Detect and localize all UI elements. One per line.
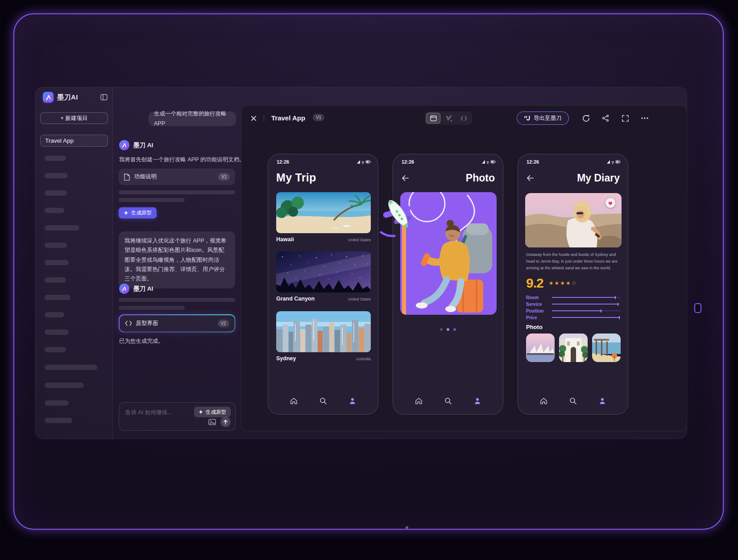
nav-home-icon[interactable]	[414, 396, 423, 405]
photo-thumb-opera-house[interactable]	[526, 334, 555, 362]
carousel-dots	[393, 328, 503, 331]
input-generate-prototype-button[interactable]: 生成原型	[194, 407, 231, 417]
refresh-icon[interactable]	[581, 114, 590, 123]
screen-title: My Diary	[577, 172, 620, 184]
diary-review-text: Getaway from the hustle and bustle of Sy…	[526, 251, 621, 272]
frame-resize-handle[interactable]	[694, 303, 701, 313]
send-button[interactable]	[220, 417, 231, 427]
ai-header: 墨刀 AI	[119, 140, 153, 150]
phone-status-bar: 12:26	[527, 159, 621, 165]
rating-bar-price: Price	[526, 314, 621, 321]
rating-bar-room: Room	[526, 294, 621, 301]
browser-window-icon	[430, 115, 437, 121]
attach-image-icon[interactable]	[207, 417, 216, 426]
nav-search-icon[interactable]	[444, 396, 452, 405]
preview-title: Travel App	[271, 114, 305, 122]
carousel-dot[interactable]	[440, 328, 443, 331]
screen-title: Photo	[466, 172, 495, 184]
chat-skeleton	[119, 190, 235, 194]
phone-mockup-my-diary: 12:26 My Diary	[518, 154, 628, 415]
phone-bottom-nav	[268, 396, 378, 405]
ai-avatar-icon	[119, 140, 129, 150]
phone-mockup-photo: 12:26 Photo	[393, 154, 503, 415]
ai-name: 墨刀 AI	[133, 285, 153, 293]
sidebar-skeleton	[45, 225, 79, 231]
user-message: 生成一个相对完整的旅行攻略 APP	[149, 111, 236, 126]
user-message: 我将继续深入优化这个旅行 APP，视觉希望是暗色系搭配彩色图片和icon。风景配…	[119, 231, 235, 288]
prototype-card[interactable]: 原型界面 V2	[119, 314, 235, 332]
export-to-modao-button[interactable]: 导出至墨刀	[517, 111, 569, 125]
carousel-dot-active[interactable]	[447, 328, 449, 331]
nav-home-icon[interactable]	[289, 396, 298, 405]
prototype-card-version-badge: V2	[218, 320, 229, 327]
carousel-dot[interactable]	[453, 328, 456, 331]
prototype-card-label: 原型界面	[136, 320, 214, 327]
nav-search-icon[interactable]	[319, 396, 328, 405]
chat-skeleton	[119, 306, 185, 310]
rating-bar-service: Service	[526, 301, 621, 307]
rating-label: Position	[526, 309, 552, 313]
phone-mockup-my-trip: 12:26 My Trip Hawaii United States	[268, 154, 378, 415]
doc-card[interactable]: 功能说明 V1	[119, 169, 235, 185]
status-icons	[607, 160, 621, 164]
sparkle-icon	[124, 210, 129, 215]
ai-header: 墨刀 AI	[119, 284, 153, 294]
sidebar-skeleton	[45, 243, 67, 248]
favorite-heart-button[interactable]	[605, 198, 615, 208]
ai-name: 墨刀 AI	[133, 141, 153, 149]
sidebar-skeleton	[45, 365, 97, 370]
stars-empty: ☆	[572, 280, 577, 286]
phone-status-bar: 12:26	[402, 159, 496, 165]
more-options-icon[interactable]	[640, 114, 649, 123]
sidebar-skeleton	[45, 208, 64, 213]
generate-prototype-button[interactable]: 生成原型	[119, 207, 157, 218]
nav-search-icon[interactable]	[568, 396, 577, 405]
chat-input[interactable]	[125, 408, 197, 417]
trip-card-caption: Sydney Australia	[276, 355, 371, 362]
sidebar-skeleton	[45, 418, 72, 423]
photo-thumb-beach-pier[interactable]	[592, 334, 621, 362]
code-mode-button[interactable]	[456, 113, 471, 124]
fullscreen-icon[interactable]	[621, 114, 630, 123]
destination-country: United States	[348, 238, 371, 242]
share-icon[interactable]	[601, 114, 610, 123]
destination-name: Grand Canyon	[276, 296, 315, 302]
nav-profile-icon[interactable]	[473, 396, 482, 405]
close-preview-icon[interactable]	[249, 114, 258, 123]
heart-icon	[608, 201, 613, 206]
trip-card-hawaii[interactable]	[276, 192, 371, 233]
trip-card-grand-canyon[interactable]	[276, 251, 371, 292]
photo-thumb-white-building[interactable]	[559, 334, 588, 362]
sidebar-item-travel-app[interactable]: Travel App	[40, 135, 108, 147]
sidebar-skeleton	[45, 383, 84, 388]
sparkle-icon	[199, 410, 203, 414]
rating-bar-fill	[552, 317, 620, 318]
nav-profile-icon[interactable]	[598, 396, 607, 405]
sidebar-skeleton	[45, 173, 68, 178]
star-rating: ★★★★☆	[549, 280, 577, 286]
nav-profile-icon[interactable]	[348, 396, 357, 405]
interact-mode-button[interactable]	[441, 113, 456, 124]
sidebar-skeleton	[45, 156, 66, 161]
status-icons	[482, 160, 496, 164]
export-label: 导出至墨刀	[534, 115, 562, 122]
new-project-button[interactable]: + 新建项目	[40, 112, 108, 124]
status-time: 12:26	[402, 159, 414, 165]
phone-status-bar: 12:26	[277, 159, 371, 165]
back-arrow-icon[interactable]	[402, 175, 410, 182]
destination-country: United States	[348, 297, 371, 301]
rating-bar-position: Position	[526, 308, 621, 314]
rating-score-row: 9.2 ★★★★☆	[526, 276, 577, 291]
sidebar-collapse-icon[interactable]	[100, 93, 108, 102]
preview-mode-button[interactable]	[426, 113, 440, 124]
doc-card-version-badge: V1	[218, 173, 230, 181]
doc-card-label: 功能说明	[134, 173, 214, 181]
nav-home-icon[interactable]	[539, 396, 548, 405]
status-time: 12:26	[277, 159, 289, 165]
cursor-sparkle-icon	[445, 115, 452, 122]
input-generate-label: 生成原型	[206, 409, 226, 416]
trip-card-sydney[interactable]	[276, 311, 371, 352]
back-arrow-icon[interactable]	[527, 175, 535, 182]
rating-label: Service	[526, 302, 552, 307]
trip-card-caption: Grand Canyon United States	[276, 296, 371, 302]
